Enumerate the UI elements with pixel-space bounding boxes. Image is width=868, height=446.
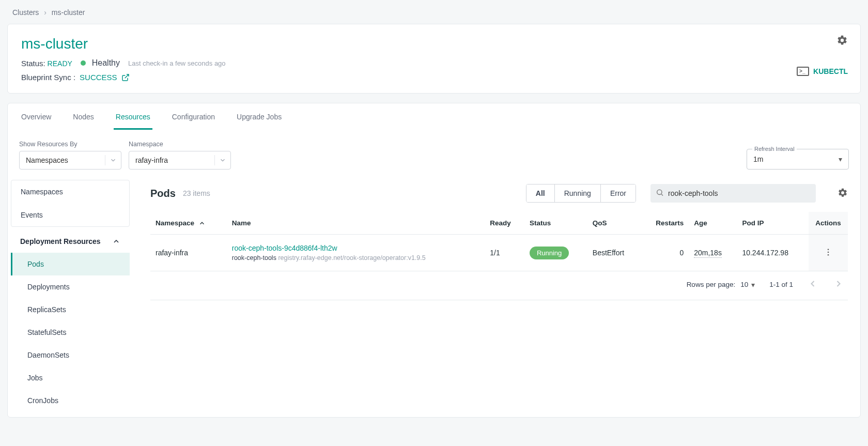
col-podip[interactable]: Pod IP [737,212,809,235]
col-status[interactable]: Status [524,212,587,235]
pod-name-link[interactable]: rook-ceph-tools-9c4d886f4-lth2w [232,244,480,252]
status-badge: Running [530,247,569,259]
status-label: Status: [21,59,45,68]
health-dot-icon [81,60,86,66]
cell-ready: 1/1 [485,235,524,271]
resources-sidebar: Namespaces Events Deployment Resources P… [8,175,130,417]
page-range: 1-1 of 1 [769,281,793,288]
cluster-title: ms-cluster [21,36,847,52]
health-text: Healthy [92,58,120,67]
last-checkin-text: Last check-in a few seconds ago [128,59,226,67]
breadcrumb-separator-icon: › [44,8,47,17]
tab-upgrade-jobs[interactable]: Upgrade Jobs [235,103,284,130]
col-name[interactable]: Name [227,212,485,235]
tabs: Overview Nodes Resources Configuration U… [8,103,860,130]
pod-container-name: rook-ceph-tools [232,254,276,262]
terminal-icon [797,67,809,76]
gear-icon [836,35,848,46]
show-resources-by-value: Namespaces [26,156,68,164]
cell-qos: BestEffort [587,235,641,271]
breadcrumb-parent[interactable]: Clusters [12,8,39,17]
search-icon [656,189,664,198]
status-value: READY [48,59,72,68]
refresh-interval-label: Refresh Interval [752,146,797,152]
status-filter-group: All Running Error [526,184,636,203]
pod-image: registry.rafay-edge.net/rook-storage/ope… [278,254,425,262]
sidebar-item-jobs[interactable]: Jobs [11,366,130,389]
namespace-select[interactable]: rafay-infra [129,151,231,170]
col-actions: Actions [809,212,848,235]
chevron-up-icon [112,237,120,245]
cluster-header-card: ms-cluster Status: READY Healthy Last ch… [7,24,861,94]
svg-line-2 [661,194,663,196]
show-resources-by-select[interactable]: Namespaces [19,151,121,170]
dropdown-triangle-icon: ▾ [751,281,755,289]
svg-point-5 [828,254,829,256]
next-page-button[interactable] [833,279,844,290]
sidebar-item-namespaces[interactable]: Namespaces [11,180,129,203]
sidebar-category-label: Deployment Resources [20,237,101,245]
panel-item-count: 23 items [183,189,210,197]
status-filter-error[interactable]: Error [600,184,636,202]
tab-configuration[interactable]: Configuration [170,103,217,130]
sidebar-item-deployments[interactable]: Deployments [11,275,130,298]
sidebar-item-pods[interactable]: Pods [11,253,130,275]
chevron-left-icon [808,279,818,289]
rows-per-page-select[interactable]: 10 ▾ [740,281,755,289]
namespace-value: rafay-infra [135,156,168,164]
table-settings-button[interactable] [838,188,848,199]
breadcrumb: Clusters › ms-cluster [7,4,861,24]
refresh-interval-value: 1m [753,155,763,163]
svg-point-3 [828,249,829,250]
open-external-icon[interactable] [121,73,130,82]
status-filter-running[interactable]: Running [554,184,600,202]
show-resources-by-label: Show Resources By [19,141,121,148]
refresh-interval-select[interactable]: Refresh Interval 1m ▾ [747,149,849,170]
breadcrumb-current: ms-cluster [52,8,85,17]
svg-line-0 [125,74,128,78]
row-actions-button[interactable] [824,248,833,258]
pods-table: Namespace Name Ready Status QoS Restarts… [150,212,848,271]
prev-page-button[interactable] [808,279,818,290]
tab-nodes[interactable]: Nodes [71,103,96,130]
sidebar-item-daemonsets[interactable]: DaemonSets [11,344,130,366]
tab-overview[interactable]: Overview [19,103,53,130]
svg-point-4 [828,252,829,253]
cell-namespace: rafay-infra [150,235,227,271]
sidebar-item-cronjobs[interactable]: CronJobs [11,389,130,412]
panel-title: Pods [150,188,176,199]
col-restarts[interactable]: Restarts [641,212,689,235]
cell-age: 20m,18s [694,249,722,258]
cell-restarts: 0 [641,235,689,271]
gear-icon [838,188,848,198]
cluster-settings-button[interactable] [836,35,848,46]
chevron-right-icon [833,279,844,289]
cell-podip: 10.244.172.98 [737,235,809,271]
status-filter-all[interactable]: All [526,184,554,202]
svg-point-1 [657,190,662,194]
col-ready[interactable]: Ready [485,212,524,235]
sidebar-item-statefulsets[interactable]: StatefulSets [11,321,130,344]
col-age[interactable]: Age [689,212,737,235]
search-input[interactable] [650,184,816,203]
col-qos[interactable]: QoS [587,212,641,235]
dropdown-triangle-icon: ▾ [839,155,842,163]
tab-resources[interactable]: Resources [114,103,152,130]
blueprint-sync-label: Blueprint Sync : [21,73,75,82]
sidebar-item-events[interactable]: Events [11,203,129,226]
chevron-down-icon [214,155,226,165]
kubectl-button[interactable]: KUBECTL [797,67,848,76]
kubectl-label: KUBECTL [813,67,848,75]
sidebar-item-replicasets[interactable]: ReplicaSets [11,298,130,321]
main-card: Overview Nodes Resources Configuration U… [7,103,861,418]
table-row: rafay-infra rook-ceph-tools-9c4d886f4-lt… [150,235,848,271]
chevron-down-icon [105,155,117,165]
sort-asc-icon [198,220,206,227]
more-vertical-icon [824,248,833,257]
blueprint-sync-value[interactable]: SUCCESS [80,73,117,82]
rows-per-page-label: Rows per page: [687,281,736,288]
col-namespace[interactable]: Namespace [150,212,227,235]
sidebar-category-deployment-resources[interactable]: Deployment Resources [11,230,130,253]
namespace-label: Namespace [129,141,231,148]
